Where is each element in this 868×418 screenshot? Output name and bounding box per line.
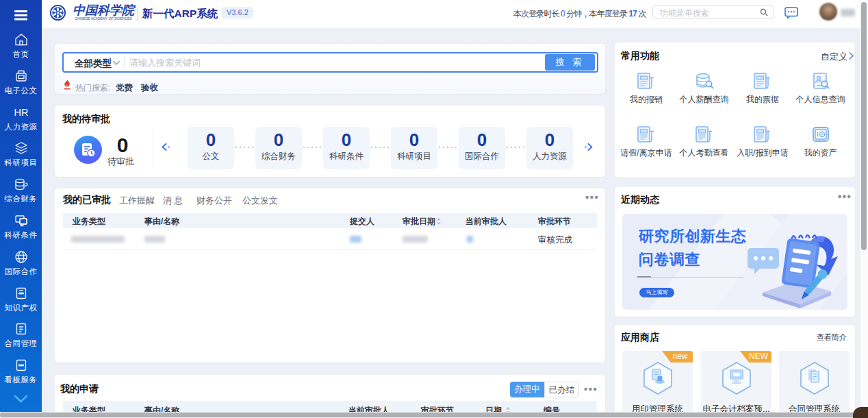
svg-text:HR: HR [14,107,28,118]
